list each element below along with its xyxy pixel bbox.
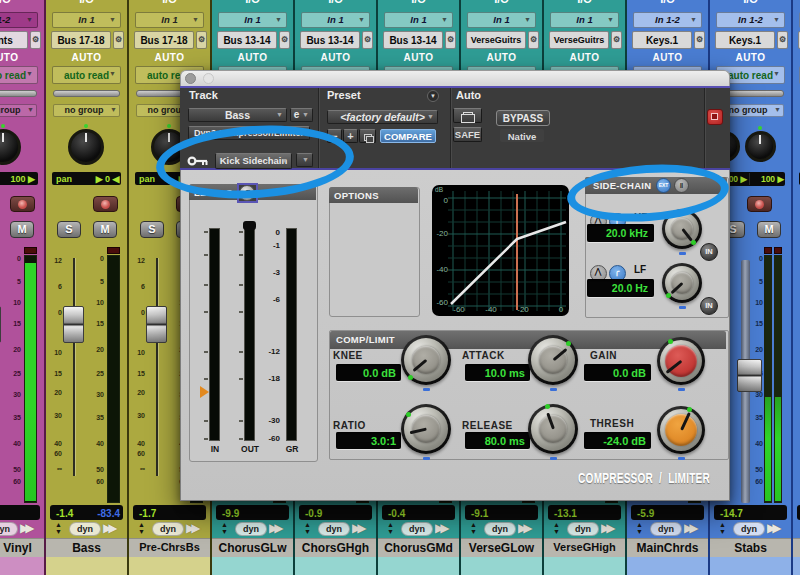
svg-text:-60: -60 xyxy=(453,305,465,314)
svg-text:-40: -40 xyxy=(485,305,497,314)
svg-text:-20: -20 xyxy=(436,229,448,238)
svg-text:0: 0 xyxy=(559,305,564,314)
svg-text:-60: -60 xyxy=(436,298,448,307)
svg-text:-40: -40 xyxy=(436,265,448,274)
svg-text:-20: -20 xyxy=(517,305,529,314)
svg-text:0: 0 xyxy=(444,196,449,205)
svg-text:dB: dB xyxy=(435,186,443,193)
